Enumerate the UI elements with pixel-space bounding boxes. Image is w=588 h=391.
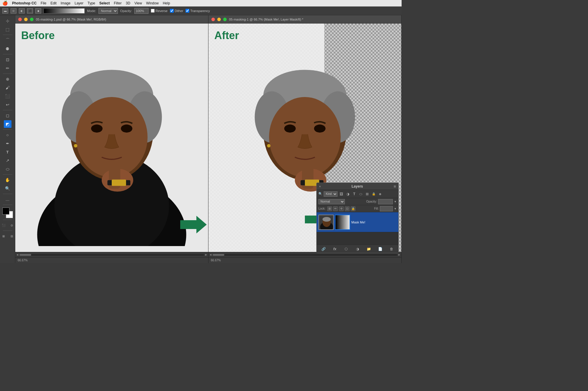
gradient-angle-btn[interactable]: ◐ [19, 8, 25, 14]
hand-tool[interactable]: ✋ [4, 176, 11, 184]
lock-paint-btn[interactable]: ✏ [333, 206, 338, 211]
screen-mode-btn[interactable]: ⊞ [0, 232, 7, 240]
apple-icon[interactable]: 🍎 [2, 1, 8, 6]
path-tool[interactable]: ↗ [4, 157, 11, 164]
menu-layer[interactable]: Layer [75, 1, 83, 5]
text-tool[interactable]: T [4, 148, 11, 156]
mode-dropdown[interactable]: Normal [98, 8, 118, 14]
adjustment-btn[interactable]: ◑ [355, 246, 360, 252]
menu-type[interactable]: Type [88, 1, 95, 5]
layers-panel-close-btn[interactable]: × [319, 185, 321, 188]
left-scroll-right[interactable]: ▶ [205, 253, 207, 256]
filter-smart-btn[interactable]: ⊠ [365, 191, 370, 197]
fill-chevron[interactable]: ▼ [394, 207, 397, 210]
add-style-btn[interactable]: fx [332, 246, 338, 252]
dither-checkbox-label[interactable]: Dither [170, 9, 183, 13]
gradient-diamond-btn[interactable]: ◆ [35, 8, 41, 14]
search-icon: 🔍 [318, 192, 323, 196]
brush-tool[interactable]: 🖌 [4, 84, 11, 91]
shape-tool[interactable]: ⬭ [4, 165, 11, 173]
opacity-input[interactable]: 100% [378, 199, 393, 204]
add-mask-btn[interactable]: ⬡ [343, 246, 349, 252]
eyedropper-tool[interactable]: ✏ [4, 64, 11, 72]
menu-image[interactable]: Image [61, 1, 70, 5]
gradient-preview[interactable] [44, 8, 85, 14]
link-layers-btn[interactable]: 🔗 [320, 246, 326, 252]
standard-mode-btn[interactable]: ⬛ [0, 221, 7, 229]
menu-file[interactable]: File [41, 1, 46, 5]
left-minimize-btn[interactable] [24, 18, 28, 21]
foreground-color-swatch[interactable] [2, 208, 9, 215]
new-layer-btn[interactable]: 📄 [377, 246, 383, 252]
layer-mask-thumbnail[interactable] [335, 215, 350, 230]
filter-dot-btn[interactable]: ● [377, 191, 383, 197]
lasso-tool[interactable]: ⌒ [4, 36, 11, 44]
gradient-tool[interactable]: ◩ [4, 120, 11, 128]
crop-tool[interactable]: ⊡ [4, 56, 11, 64]
lock-artboard-btn[interactable]: ⊡ [345, 206, 350, 211]
right-scroll-left[interactable]: ◀ [210, 253, 211, 256]
blend-mode-dropdown[interactable]: Normal [318, 199, 345, 204]
left-close-btn[interactable] [18, 18, 22, 21]
fill-input[interactable]: 100% [380, 206, 393, 211]
tool-separator-6 [3, 174, 12, 175]
gradient-linear-btn[interactable]: ▬ [2, 8, 8, 14]
menu-view[interactable]: View [134, 1, 142, 5]
left-maximize-btn[interactable] [30, 18, 34, 21]
menu-help[interactable]: Help [163, 1, 170, 5]
color-swatches[interactable] [2, 208, 13, 218]
left-scroll-left[interactable]: ◀ [16, 253, 18, 256]
right-scroll-right[interactable]: ▶ [398, 253, 400, 256]
transparency-checkbox-label[interactable]: Transparency [186, 9, 210, 13]
stamp-tool[interactable]: ⬛ [4, 92, 11, 100]
pen-tool[interactable]: ✒ [4, 140, 11, 147]
filter-text-btn[interactable]: T [352, 191, 357, 197]
layers-normal-row: Normal Opacity: 100% ▼ [317, 198, 398, 205]
layer-row-mask-me[interactable]: Mask Me! [317, 212, 398, 232]
delete-layer-btn[interactable]: 🗑 [389, 246, 395, 252]
filter-lock-btn[interactable]: 🔒 [371, 191, 376, 197]
quick-select-tool[interactable]: ⚉ [4, 45, 11, 53]
tool-separator-8 [3, 205, 12, 205]
lock-pixels-btn[interactable]: ⊞ [327, 206, 332, 211]
kind-dropdown[interactable]: Kind [324, 191, 338, 197]
dither-label: Dither [175, 9, 183, 13]
opacity-chevron[interactable]: ▼ [394, 200, 397, 203]
gradient-reflected-btn[interactable]: ⬛ [27, 8, 33, 14]
move-tool[interactable]: ⊹ [4, 17, 11, 25]
right-scroll-track[interactable] [213, 254, 397, 256]
layers-panel-menu-btn[interactable]: ≡ [394, 184, 396, 189]
menu-select[interactable]: Select [99, 1, 110, 5]
dither-checkbox[interactable] [170, 9, 174, 13]
fullscreen-mode-btn[interactable]: ⊟ [8, 232, 16, 240]
right-minimize-btn[interactable] [217, 18, 221, 21]
left-canvas-area[interactable]: Before [15, 24, 208, 252]
menu-filter[interactable]: Filter [114, 1, 122, 5]
quick-mask-btn[interactable]: ⊙ [8, 221, 16, 229]
more-tool[interactable]: … [4, 195, 11, 203]
dodge-tool[interactable]: ○ [4, 131, 11, 139]
opacity-input[interactable] [134, 8, 148, 14]
reverse-checkbox-label[interactable]: Reverse [151, 9, 168, 13]
new-group-btn[interactable]: 📁 [366, 246, 372, 252]
lock-all-btn[interactable]: 🔒 [351, 206, 355, 211]
filter-adjust-btn[interactable]: ◑ [345, 191, 350, 197]
eraser-tool[interactable]: ◻ [4, 112, 11, 119]
filter-shape-btn[interactable]: ⬭ [358, 191, 363, 197]
reverse-checkbox[interactable] [151, 9, 155, 13]
left-scroll-track[interactable] [19, 254, 204, 256]
zoom-tool[interactable]: 🔍 [4, 185, 11, 192]
menu-3d[interactable]: 3D [126, 1, 130, 5]
gradient-radial-btn[interactable]: ⊙ [11, 8, 16, 14]
right-close-btn[interactable] [211, 18, 215, 21]
lock-position-btn[interactable]: ✛ [339, 206, 344, 211]
right-maximize-btn[interactable] [223, 18, 227, 21]
filter-pixel-btn[interactable]: 🖼 [339, 191, 344, 197]
marquee-tool[interactable]: ⬚ [4, 26, 11, 33]
history-brush-tool[interactable]: ↩ [4, 101, 11, 108]
heal-tool[interactable]: ⊕ [4, 75, 11, 83]
menu-window[interactable]: Window [146, 1, 159, 5]
menu-edit[interactable]: Edit [51, 1, 57, 5]
transparency-checkbox[interactable] [186, 9, 189, 13]
layers-search-row: 🔍 Kind 🖼 ◑ T ⬭ ⊠ 🔒 ● [317, 190, 398, 198]
